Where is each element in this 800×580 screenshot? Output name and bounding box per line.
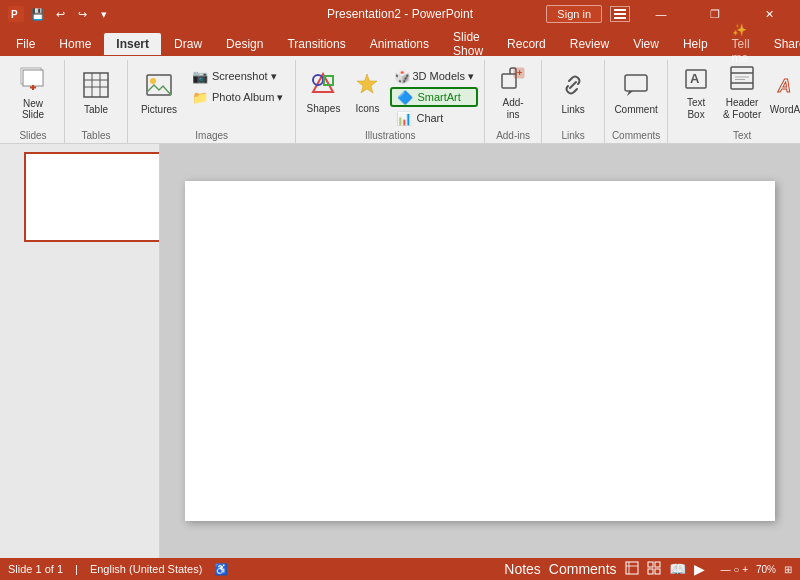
table-button[interactable]: Table <box>71 62 121 124</box>
status-divider-1: | <box>75 563 78 575</box>
links-group-label: Links <box>561 128 584 143</box>
pictures-button[interactable]: Pictures <box>134 62 184 124</box>
shapes-icon <box>311 72 335 101</box>
undo-qa-button[interactable]: ↩ <box>50 4 70 24</box>
new-slide-button[interactable]: NewSlide <box>8 62 58 124</box>
icons-button[interactable]: Icons <box>346 62 388 124</box>
tab-animations[interactable]: Animations <box>358 32 441 56</box>
svg-rect-43 <box>648 569 653 574</box>
app-icon: P <box>8 6 24 22</box>
title-bar-left: P 💾 ↩ ↪ ▾ <box>8 4 114 24</box>
links-button[interactable]: Links <box>548 62 598 124</box>
slide-canvas[interactable] <box>185 181 775 521</box>
header-footer-button[interactable]: Header& Footer <box>720 62 764 124</box>
ribbon: NewSlide Slides Table Tables <box>0 56 800 144</box>
svg-marker-19 <box>357 74 377 93</box>
wordart-icon: A <box>775 72 800 102</box>
icons-icon <box>355 72 379 101</box>
tab-draw[interactable]: Draw <box>162 32 214 56</box>
tab-tellme[interactable]: ✨ Tell me <box>720 32 762 56</box>
svg-text:P: P <box>11 9 18 20</box>
tab-home[interactable]: Home <box>47 32 103 56</box>
ribbon-group-slides: NewSlide Slides <box>2 60 65 143</box>
tables-group-content: Table <box>71 60 121 128</box>
svg-rect-42 <box>655 562 660 567</box>
tab-slideshow[interactable]: Slide Show <box>441 32 495 56</box>
images-small-group: 📷 Screenshot ▾ 📁 Photo Album ▾ <box>186 62 289 107</box>
comments-button[interactable]: Comments <box>549 561 617 577</box>
tab-review[interactable]: Review <box>558 32 621 56</box>
header-footer-icon <box>729 65 755 95</box>
slide-thumbnail-1[interactable] <box>24 152 160 242</box>
status-bar-right: Notes Comments 📖 ▶ — ○ + 70% ⊞ <box>504 561 792 578</box>
table-label: Table <box>84 104 108 115</box>
svg-line-23 <box>570 82 576 88</box>
3d-models-label: 3D Models ▾ <box>412 70 474 83</box>
tab-transitions[interactable]: Transitions <box>275 32 357 56</box>
notes-button[interactable]: Notes <box>504 561 541 577</box>
fit-slide[interactable]: ⊞ <box>784 564 792 575</box>
pictures-label: Pictures <box>141 104 177 115</box>
addins-label: Add-ins <box>503 97 524 121</box>
addins-group-content: + Add-ins <box>491 60 535 128</box>
smartart-button[interactable]: 🔷 SmartArt <box>390 87 478 107</box>
normal-view-icon[interactable] <box>625 561 639 578</box>
ribbon-group-links: Links Links <box>542 60 605 143</box>
slide-count: Slide 1 of 1 <box>8 563 63 575</box>
title-bar-right: Sign in — ❐ ✕ <box>546 0 792 28</box>
tab-share[interactable]: Share <box>762 32 800 56</box>
status-bar-left: Slide 1 of 1 | English (United States) ♿ <box>8 563 228 576</box>
customize-qa-button[interactable]: ▾ <box>94 4 114 24</box>
reading-view-icon[interactable]: 📖 <box>669 561 686 577</box>
addins-group-label: Add-ins <box>496 128 530 143</box>
slide-sorter-icon[interactable] <box>647 561 661 578</box>
text-box-icon: A <box>683 65 709 95</box>
redo-qa-button[interactable]: ↪ <box>72 4 92 24</box>
svg-text:A: A <box>777 76 791 96</box>
photo-album-button[interactable]: 📁 Photo Album ▾ <box>186 87 289 107</box>
ribbon-group-images: Pictures 📷 Screenshot ▾ 📁 Photo Album ▾ … <box>128 60 296 143</box>
svg-rect-6 <box>23 70 43 86</box>
screenshot-button[interactable]: 📷 Screenshot ▾ <box>186 66 289 86</box>
save-qa-button[interactable]: 💾 <box>28 4 48 24</box>
text-box-button[interactable]: A TextBox <box>674 62 718 124</box>
minimize-button[interactable]: — <box>638 0 684 28</box>
links-group-content: Links <box>548 60 598 128</box>
images-group-content: Pictures 📷 Screenshot ▾ 📁 Photo Album ▾ <box>134 60 289 128</box>
wordart-button[interactable]: A WordArt <box>766 62 800 124</box>
svg-rect-9 <box>84 73 108 97</box>
addins-button[interactable]: + Add-ins <box>491 62 535 124</box>
comment-button[interactable]: Comment <box>611 62 661 124</box>
photo-album-label: Photo Album ▾ <box>212 91 283 104</box>
comment-label: Comment <box>614 104 657 115</box>
sign-in-button[interactable]: Sign in <box>546 5 602 23</box>
tab-record[interactable]: Record <box>495 32 558 56</box>
svg-text:A: A <box>690 71 700 86</box>
icons-label: Icons <box>355 103 379 114</box>
quick-access-toolbar: 💾 ↩ ↪ ▾ <box>28 4 114 24</box>
ribbon-group-text: A TextBox Header& Footer <box>668 60 800 143</box>
tab-insert[interactable]: Insert <box>103 32 162 56</box>
svg-rect-38 <box>626 562 638 574</box>
text-box-label: TextBox <box>687 97 705 121</box>
ribbon-tabs: File Home Insert Draw Design Transitions… <box>0 28 800 56</box>
illustrations-group-content: Shapes Icons 🎲 3D Models ▾ 🔷 <box>302 60 478 128</box>
slideshow-icon[interactable]: ▶ <box>694 561 705 577</box>
svg-rect-3 <box>614 13 626 15</box>
zoom-level: — ○ + <box>721 564 748 575</box>
illustrations-group-label: Illustrations <box>365 128 416 143</box>
tab-design[interactable]: Design <box>214 32 275 56</box>
tab-view[interactable]: View <box>621 32 671 56</box>
shapes-button[interactable]: Shapes <box>302 62 344 124</box>
3d-models-button[interactable]: 🎲 3D Models ▾ <box>390 66 478 86</box>
addins-icon: + <box>500 65 526 95</box>
tab-file[interactable]: File <box>4 32 47 56</box>
chart-icon: 📊 <box>396 111 412 126</box>
svg-text:+: + <box>517 68 522 78</box>
tab-help[interactable]: Help <box>671 32 720 56</box>
svg-point-15 <box>150 78 156 84</box>
title-bar: P 💾 ↩ ↪ ▾ Presentation2 - PowerPoint Sig… <box>0 0 800 28</box>
taskbar-icon <box>610 6 630 22</box>
chart-button[interactable]: 📊 Chart <box>390 108 478 128</box>
close-button[interactable]: ✕ <box>746 0 792 28</box>
